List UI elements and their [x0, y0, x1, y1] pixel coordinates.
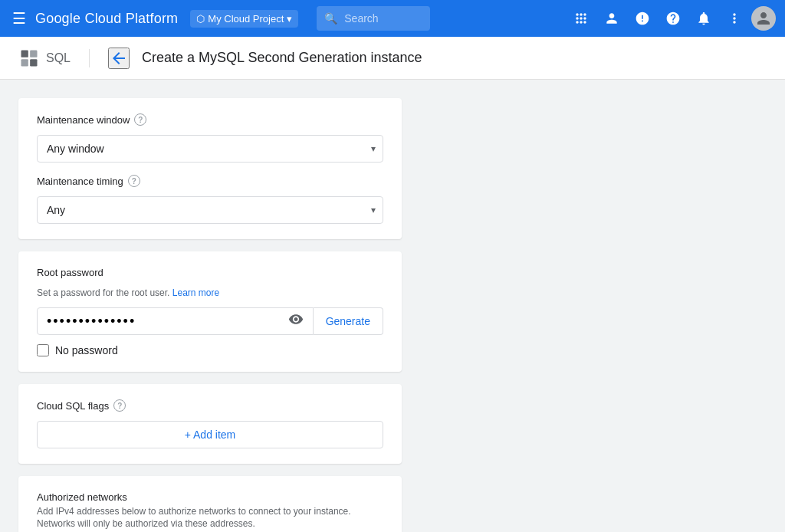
- cloud-sql-flags-help-icon[interactable]: ?: [113, 399, 126, 412]
- authorized-networks-card: Authorized networks Add IPv4 addresses b…: [18, 476, 402, 532]
- svg-rect-3: [30, 59, 37, 66]
- root-password-label: Root password: [37, 267, 383, 278]
- maintenance-card: Maintenance window ? Any window ▾ Mainte…: [18, 98, 402, 239]
- account-icon[interactable]: [598, 5, 626, 32]
- project-selector[interactable]: ⬡ My Cloud Project ▾: [190, 10, 298, 28]
- sql-nav-item[interactable]: SQL: [18, 48, 71, 69]
- back-button[interactable]: [108, 48, 130, 69]
- maintenance-window-help-icon[interactable]: ?: [134, 113, 146, 126]
- root-password-card: Root password Set a password for the roo…: [18, 251, 402, 372]
- maintenance-timing-select-wrap: Any ▾: [37, 196, 383, 224]
- menu-icon[interactable]: ☰: [9, 6, 29, 31]
- svg-rect-0: [21, 50, 28, 57]
- maintenance-timing-help-icon[interactable]: ?: [128, 175, 140, 187]
- password-input[interactable]: [37, 307, 314, 335]
- svg-rect-1: [30, 50, 37, 57]
- main-content: Maintenance window ? Any window ▾ Mainte…: [0, 80, 785, 532]
- maintenance-window-select-wrap: Any window ▾: [37, 135, 383, 163]
- add-item-button[interactable]: + Add item: [37, 421, 383, 448]
- authorized-networks-desc1: Add IPv4 addresses below to authorize ne…: [37, 506, 383, 517]
- apps-icon[interactable]: [567, 5, 595, 32]
- cloud-sql-flags-label: Cloud SQL flags ?: [37, 399, 383, 412]
- top-icons: [567, 5, 776, 32]
- svg-rect-2: [21, 59, 28, 66]
- sql-stack-icon: [18, 48, 40, 69]
- no-password-row: No password: [37, 344, 383, 356]
- notifications-icon[interactable]: [690, 5, 718, 32]
- maintenance-timing-select[interactable]: Any: [37, 196, 383, 224]
- help-icon[interactable]: [659, 5, 687, 32]
- authorized-networks-title: Authorized networks: [37, 491, 383, 503]
- search-bar: 🔍: [317, 6, 429, 31]
- project-dropdown-icon: ▾: [287, 13, 292, 25]
- subheader: SQL Create a MySQL Second Generation ins…: [0, 37, 785, 80]
- maintenance-window-label: Maintenance window ?: [37, 113, 383, 126]
- maintenance-window-select[interactable]: Any window: [37, 135, 383, 163]
- app-name: Google Cloud Platform: [35, 11, 178, 27]
- sql-label: SQL: [46, 51, 71, 65]
- authorized-networks-desc2: Networks will only be authorized via the…: [37, 518, 383, 529]
- maintenance-timing-label: Maintenance timing ?: [37, 175, 383, 187]
- no-password-label: No password: [55, 344, 118, 356]
- project-selector-icon: ⬡: [196, 13, 205, 25]
- search-input[interactable]: [317, 6, 429, 31]
- subheader-divider: [89, 49, 90, 67]
- avatar[interactable]: [751, 6, 776, 31]
- password-visibility-toggle[interactable]: [285, 309, 307, 334]
- top-navigation: ☰ Google Cloud Platform ⬡ My Cloud Proje…: [0, 0, 785, 37]
- more-icon[interactable]: [721, 5, 748, 32]
- root-password-description: Set a password for the root user. Learn …: [37, 287, 383, 298]
- password-input-wrap: Generate: [37, 307, 383, 335]
- cloud-sql-flags-card: Cloud SQL flags ? + Add item: [18, 384, 402, 464]
- alert-icon[interactable]: [629, 5, 656, 32]
- no-password-checkbox[interactable]: [37, 344, 49, 356]
- page-title: Create a MySQL Second Generation instanc…: [142, 50, 422, 66]
- learn-more-link[interactable]: Learn more: [172, 287, 219, 298]
- generate-password-button[interactable]: Generate: [314, 307, 383, 335]
- project-name: My Cloud Project: [208, 13, 284, 25]
